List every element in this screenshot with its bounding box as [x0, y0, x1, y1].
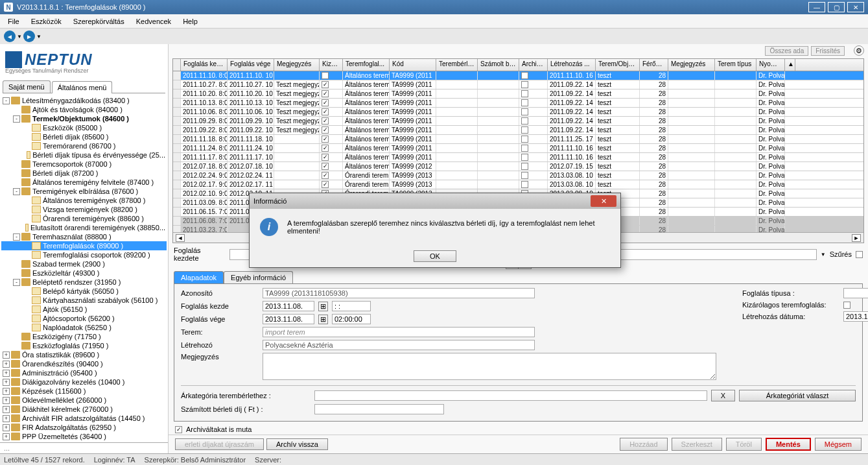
refresh-button[interactable]: Frissítés: [811, 46, 845, 56]
tree-item[interactable]: Naplóadatok (56250 ): [1, 323, 167, 332]
end-date-input[interactable]: [263, 314, 314, 324]
menu-help[interactable]: Help: [178, 16, 203, 27]
archive-back-button[interactable]: Archív vissza: [266, 438, 328, 450]
expand-icon[interactable]: -: [3, 97, 10, 104]
tree-item[interactable]: Általános teremigények (87800 ): [1, 196, 167, 205]
tree-item[interactable]: -Termek/Objektumok (84600 ): [1, 114, 167, 123]
table-row[interactable]: 2011.11.18. 8:02011.11.18. 10✓Általános …: [173, 135, 863, 144]
table-row[interactable]: 2012.07.18. 8:02012.07.18. 10✓Általános …: [173, 162, 863, 171]
expand-icon[interactable]: +: [3, 415, 10, 422]
expand-icon[interactable]: +: [3, 424, 10, 431]
maximize-button[interactable]: ▢: [828, 2, 845, 12]
expand-icon[interactable]: -: [13, 279, 20, 286]
tree-item[interactable]: Szabad termek (2900 ): [1, 259, 167, 268]
table-row[interactable]: 2011.10.06. 8:02011.10.06. 10Teszt megje…: [173, 108, 863, 117]
table-row[interactable]: 2011.10.13. 8:02011.10.13. 10Teszt megje…: [173, 99, 863, 108]
table-row[interactable]: 2011.11.10. 8:02011.11.10. 10✓Általános …: [173, 71, 863, 80]
start-time-input[interactable]: [332, 301, 371, 311]
tree-item[interactable]: Eszközök (85000 ): [1, 123, 167, 132]
expand-icon[interactable]: -: [13, 188, 20, 195]
tree-item[interactable]: -Beléptető rendszer (31950 ): [1, 278, 167, 287]
expand-icon[interactable]: -: [13, 115, 20, 123]
column-header[interactable]: Számolt bérl...: [478, 59, 519, 71]
tree-item[interactable]: +Órarendkészítés (90400 ): [1, 359, 167, 368]
scroll-right-icon[interactable]: ►: [852, 234, 861, 242]
tree-item[interactable]: Eszközleltár (49300 ): [1, 268, 167, 278]
price-cat-x-button[interactable]: X: [711, 390, 735, 401]
tree-item[interactable]: Eszközfoglalás (71950 ): [1, 341, 167, 350]
dialog-close-button[interactable]: ✕: [591, 195, 616, 207]
tab-general-menu[interactable]: Általános menü: [52, 81, 113, 93]
menu-file[interactable]: File: [3, 16, 25, 27]
tab-basic[interactable]: Alapadatok: [174, 271, 224, 283]
column-header[interactable]: Férőhely: [640, 59, 668, 71]
price-cat-input[interactable]: [314, 390, 707, 401]
tree-item[interactable]: -Létesítménygazdálkodás (83400 ): [1, 96, 167, 105]
tree-item[interactable]: Teremórarend (86700 ): [1, 141, 167, 150]
filter-checkbox[interactable]: [856, 251, 863, 258]
column-header[interactable]: Terembérlés...: [436, 59, 478, 71]
table-row[interactable]: 2011.10.20. 8:02011.10.20. 10Teszt megje…: [173, 89, 863, 99]
column-header[interactable]: Terem/Objek...: [596, 59, 640, 71]
column-header[interactable]: Teremfoglal...: [343, 59, 390, 71]
table-row[interactable]: 2012.02.17. 9:02012.02.17. 11✓Órarendi t…: [173, 180, 863, 189]
recalc-button[interactable]: erleti díjakat újraszám: [175, 438, 264, 450]
tree-item[interactable]: +Oklevélmelléklet (266000 ): [1, 396, 167, 405]
column-header[interactable]: Nyomtatá: [757, 59, 785, 71]
tree-item[interactable]: +Óra statisztikák (89600 ): [1, 350, 167, 359]
tree-item[interactable]: Bérleti díjak típusa és érvényessége (25…: [1, 150, 167, 160]
cancel-button[interactable]: Mégsem: [815, 438, 862, 451]
tree-item[interactable]: +Adminisztráció (95400 ): [1, 368, 167, 377]
menu-role[interactable]: Szerepkörváltás: [68, 16, 130, 27]
column-header[interactable]: Létrehozás ...: [548, 59, 596, 71]
expand-icon[interactable]: +: [3, 388, 10, 395]
exclusive-checkbox[interactable]: [843, 302, 850, 309]
tree-item[interactable]: Bérleti díjak (85600 ): [1, 132, 167, 141]
note-textarea[interactable]: [263, 353, 716, 380]
expand-icon[interactable]: +: [3, 361, 10, 368]
table-row[interactable]: 2011.10.27. 8:02011.10.27. 10Teszt megje…: [173, 80, 863, 89]
tree-item[interactable]: Eszközigény (71750 ): [1, 332, 167, 341]
tree-item[interactable]: Órarendi teremigények (88600 ): [1, 214, 167, 223]
scroll-up-icon[interactable]: ▲: [785, 59, 795, 71]
column-header[interactable]: Archivált: [519, 59, 548, 71]
expand-icon[interactable]: +: [3, 406, 10, 413]
tree-item[interactable]: Bérleti díjak (87200 ): [1, 169, 167, 178]
tree-item[interactable]: Elutasított órarendi teremigények (38850…: [1, 223, 167, 232]
tree-item[interactable]: +Képzések (115600 ): [1, 387, 167, 396]
table-row[interactable]: 2011.11.24. 8:02011.11.24. 10✓Általános …: [173, 144, 863, 153]
tree-item[interactable]: Vizsga teremigények (88200 ): [1, 205, 167, 214]
table-row[interactable]: 2011.09.22. 8:02011.09.22. 10Teszt megje…: [173, 126, 863, 135]
tree-item[interactable]: Ajtók (56150 ): [1, 305, 167, 314]
column-header[interactable]: Kizárólagos t...: [320, 59, 343, 71]
tree-item[interactable]: +PPP Üzemeltetés (36400 ): [1, 432, 167, 441]
end-time-input[interactable]: [332, 314, 371, 324]
gear-icon[interactable]: ⚙: [854, 45, 864, 56]
tree-item[interactable]: -Teremhasználat (88800 ): [1, 232, 167, 241]
calendar-icon[interactable]: ⊞: [318, 302, 328, 311]
table-row[interactable]: 2011.11.17. 8:02011.11.17. 10✓Általános …: [173, 153, 863, 162]
scroll-left-icon[interactable]: ◄: [176, 234, 185, 242]
expand-icon[interactable]: +: [3, 397, 10, 404]
tree-item[interactable]: +Diákigazolvány kezelés (10400 ): [1, 377, 167, 387]
column-header[interactable]: Megjegyzés: [668, 59, 715, 71]
table-row[interactable]: 2011.09.29. 8:02011.09.29. 10Teszt megje…: [173, 117, 863, 126]
menu-tools[interactable]: Eszközök: [26, 16, 67, 27]
expand-icon[interactable]: +: [3, 379, 10, 386]
expand-icon[interactable]: -: [13, 233, 20, 241]
tree-item[interactable]: Ajtócsoportok (56200 ): [1, 314, 167, 323]
delete-button[interactable]: Töröl: [726, 438, 762, 451]
tree-item[interactable]: +Diákhitel kérelmek (276000 ): [1, 405, 167, 414]
add-button[interactable]: Hozzáad: [620, 438, 667, 451]
tree-view[interactable]: -Létesítménygazdálkodás (83400 )Ajtók és…: [0, 93, 168, 442]
tree-item[interactable]: +FIR Adatszolgáltatás (62950 ): [1, 423, 167, 432]
start-date-input[interactable]: [263, 301, 314, 311]
tree-item[interactable]: Belépő kártyák (56050 ): [1, 287, 167, 296]
all-data-button[interactable]: Összes ada: [765, 46, 808, 56]
expand-icon[interactable]: +: [3, 433, 10, 440]
minimize-button[interactable]: ―: [808, 2, 825, 12]
column-header[interactable]: Foglalás kez...: [181, 59, 228, 71]
forward-button[interactable]: ►: [23, 30, 35, 42]
column-header[interactable]: Foglalás vége: [228, 59, 274, 71]
show-archived-checkbox[interactable]: ✓: [175, 426, 182, 433]
